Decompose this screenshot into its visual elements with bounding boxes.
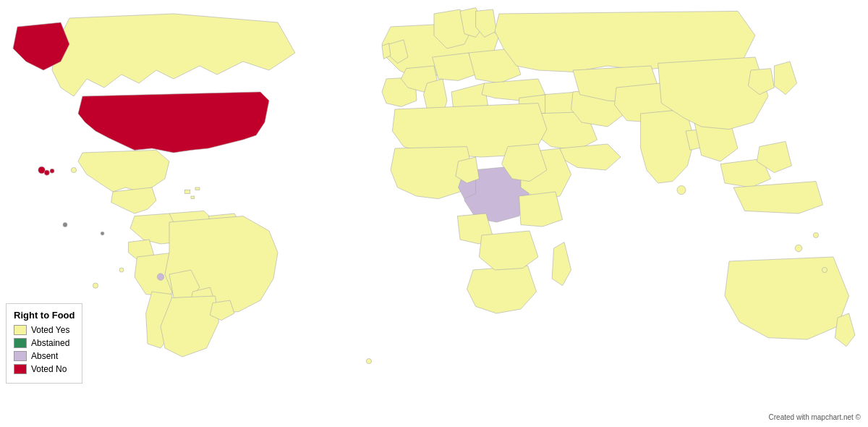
svg-point-17 xyxy=(157,274,164,281)
svg-point-7 xyxy=(677,186,686,195)
legend-swatch-abstained xyxy=(14,338,27,348)
svg-point-16 xyxy=(101,232,104,235)
svg-point-11 xyxy=(813,232,818,237)
svg-point-2 xyxy=(44,170,49,175)
legend-label-voted-yes: Voted Yes xyxy=(31,325,69,335)
svg-point-12 xyxy=(93,283,98,288)
svg-point-8 xyxy=(71,167,76,172)
legend-item-absent: Absent xyxy=(14,351,75,361)
legend-item-voted-no: Voted No xyxy=(14,364,75,374)
legend: Right to Food Voted Yes Abstained Absent… xyxy=(6,303,82,384)
svg-rect-5 xyxy=(195,187,200,190)
legend-swatch-voted-no xyxy=(14,364,27,374)
svg-rect-4 xyxy=(185,190,190,194)
svg-point-14 xyxy=(366,358,371,363)
legend-swatch-voted-yes xyxy=(14,325,27,335)
legend-label-absent: Absent xyxy=(31,351,58,361)
credit-text: Created with mapchart.net © xyxy=(769,413,861,421)
legend-item-abstained: Abstained xyxy=(14,338,75,348)
svg-rect-6 xyxy=(191,196,195,199)
legend-title: Right to Food xyxy=(14,310,75,321)
legend-label-voted-no: Voted No xyxy=(31,364,67,374)
world-map xyxy=(0,0,868,427)
svg-point-9 xyxy=(795,245,802,252)
legend-label-abstained: Abstained xyxy=(31,338,69,348)
svg-point-3 xyxy=(50,169,54,173)
legend-swatch-absent xyxy=(14,351,27,361)
legend-item-voted-yes: Voted Yes xyxy=(14,325,75,335)
svg-point-15 xyxy=(63,223,67,227)
svg-point-13 xyxy=(119,268,124,272)
svg-point-10 xyxy=(822,267,827,272)
map-container: Right to Food Voted Yes Abstained Absent… xyxy=(0,0,868,427)
